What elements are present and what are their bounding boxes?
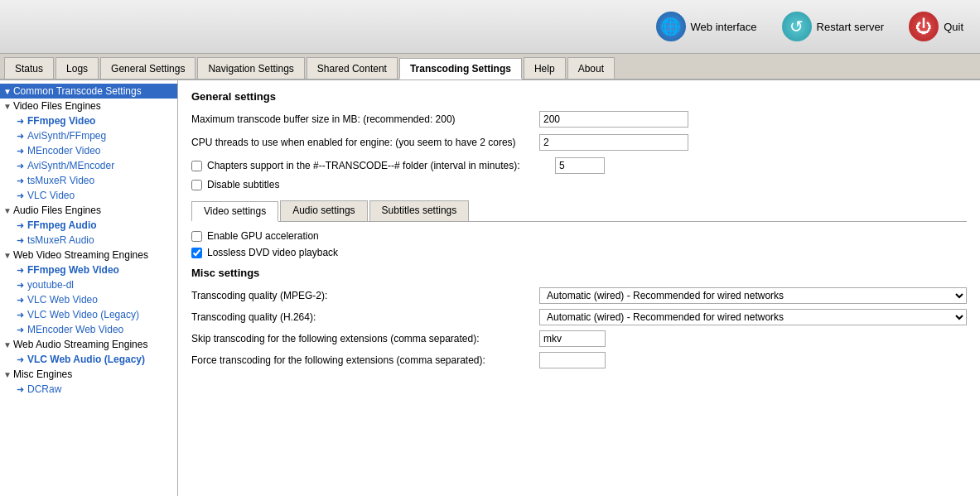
transcode-mpeg2-select[interactable]: Automatic (wired) - Recommended for wire… bbox=[539, 287, 967, 304]
sidebar-label-audio-files: Audio Files Engines bbox=[13, 205, 101, 216]
sidebar-label-web-audio: Web Audio Streaming Engines bbox=[13, 339, 148, 350]
web-interface-icon: 🌐 bbox=[656, 12, 686, 41]
chapters-input[interactable] bbox=[555, 157, 605, 174]
tab-logs[interactable]: Logs bbox=[56, 57, 99, 79]
lossless-dvd-checkbox[interactable] bbox=[191, 248, 202, 258]
tab-help[interactable]: Help bbox=[524, 57, 566, 79]
sidebar-item-avisynth-mencoder[interactable]: ➜ AviSynth/MEncoder bbox=[0, 158, 177, 173]
sidebar-item-dcraw[interactable]: ➜ DCRaw bbox=[0, 382, 177, 397]
sidebar-label-tsmuxer-audio: tsMuxeR Audio bbox=[27, 234, 94, 246]
sidebar-item-mencoder-video[interactable]: ➜ MEncoder Video bbox=[0, 143, 177, 158]
sidebar-label-ffmpeg-audio: FFmpeg Audio bbox=[27, 219, 97, 231]
arrow-icon: ➜ bbox=[17, 354, 24, 365]
transcode-h264-select[interactable]: Automatic (wired) - Recommended for wire… bbox=[539, 309, 967, 325]
sub-tab-video-settings[interactable]: Video settings bbox=[191, 201, 278, 222]
sidebar-item-tsmuxer-audio[interactable]: ➜ tsMuxeR Audio bbox=[0, 233, 177, 248]
sidebar-item-vlc-video[interactable]: ➜ VLC Video bbox=[0, 188, 177, 203]
tab-general-settings[interactable]: General Settings bbox=[100, 57, 196, 79]
web-interface-button[interactable]: 🌐 Web interface bbox=[656, 12, 757, 41]
lossless-dvd-label: Lossless DVD video playback bbox=[207, 247, 338, 258]
sub-tab-audio-settings[interactable]: Audio settings bbox=[280, 200, 367, 221]
sidebar-item-tsmuxer-video[interactable]: ➜ tsMuxeR Video bbox=[0, 173, 177, 188]
arrow-icon: ➜ bbox=[17, 220, 24, 231]
arrow-icon: ➜ bbox=[17, 190, 24, 201]
enable-gpu-row: Enable GPU acceleration bbox=[191, 230, 967, 242]
collapse-arrow-web-video: ▼ bbox=[3, 251, 12, 260]
cpu-threads-label: CPU threads to use when enabled for engi… bbox=[191, 137, 539, 148]
chapters-checkbox[interactable] bbox=[191, 161, 202, 171]
sidebar-item-youtube-dl[interactable]: ➜ youtube-dl bbox=[0, 277, 177, 292]
transcode-h264-row: Transcoding quality (H.264): Automatic (… bbox=[191, 309, 967, 325]
sidebar-item-ffmpeg-video[interactable]: ➜ FFmpeg Video bbox=[0, 113, 177, 128]
skip-transcoding-row: Skip transcoding for the following exten… bbox=[191, 330, 967, 347]
tab-about[interactable]: About bbox=[567, 57, 615, 79]
main-layout: ▼ Common Transcode Settings ▼ Video File… bbox=[0, 80, 980, 496]
sidebar-item-vlc-web-video[interactable]: ➜ VLC Web Video bbox=[0, 292, 177, 307]
sidebar-label-common-transcode: Common Transcode Settings bbox=[13, 85, 142, 97]
sidebar-item-web-video[interactable]: ▼ Web Video Streaming Engines bbox=[0, 248, 177, 262]
general-settings-title: General settings bbox=[191, 90, 967, 103]
arrow-icon: ➜ bbox=[17, 235, 24, 246]
sidebar-label-vlc-video: VLC Video bbox=[27, 190, 75, 201]
arrow-icon: ➜ bbox=[17, 176, 24, 186]
sub-tab-subtitles-settings[interactable]: Subtitles settings bbox=[369, 200, 470, 221]
arrow-icon: ➜ bbox=[17, 325, 24, 335]
sidebar-label-vlc-web-audio-legacy: VLC Web Audio (Legacy) bbox=[27, 354, 145, 365]
cpu-threads-input[interactable] bbox=[539, 134, 688, 151]
disable-subtitles-row: Disable subtitles bbox=[191, 179, 967, 190]
collapse-arrow-video: ▼ bbox=[3, 102, 12, 111]
tab-shared-content[interactable]: Shared Content bbox=[307, 57, 398, 79]
web-interface-label: Web interface bbox=[691, 21, 757, 33]
arrow-icon: ➜ bbox=[17, 146, 24, 157]
arrow-icon: ➜ bbox=[17, 280, 24, 291]
disable-subtitles-label: Disable subtitles bbox=[207, 179, 279, 190]
transcode-mpeg2-row: Transcoding quality (MPEG-2): Automatic … bbox=[191, 287, 967, 304]
sidebar-label-web-video: Web Video Streaming Engines bbox=[13, 249, 148, 261]
sidebar-item-mencoder-web-video[interactable]: ➜ MEncoder Web Video bbox=[0, 322, 177, 337]
arrow-icon: ➜ bbox=[17, 116, 24, 127]
force-transcoding-input[interactable] bbox=[539, 352, 606, 368]
sidebar-item-avisynth-ffmpeg[interactable]: ➜ AviSynth/FFmpeg bbox=[0, 128, 177, 143]
sidebar-item-misc-engines[interactable]: ▼ Misc Engines bbox=[0, 367, 177, 382]
sidebar-label-mencoder-web-video: MEncoder Web Video bbox=[27, 324, 123, 335]
tab-navigation-settings[interactable]: Navigation Settings bbox=[197, 57, 304, 79]
sidebar-label-ffmpeg-video: FFmpeg Video bbox=[27, 115, 95, 127]
skip-transcoding-input[interactable] bbox=[539, 330, 606, 347]
tab-status[interactable]: Status bbox=[4, 57, 54, 79]
sidebar-item-ffmpeg-audio[interactable]: ➜ FFmpeg Audio bbox=[0, 218, 177, 233]
arrow-icon: ➜ bbox=[17, 131, 24, 142]
sidebar-item-ffmpeg-web-video[interactable]: ➜ FFmpeg Web Video bbox=[0, 262, 177, 277]
cpu-threads-row: CPU threads to use when enabled for engi… bbox=[191, 134, 967, 151]
transcode-mpeg2-label: Transcoding quality (MPEG-2): bbox=[191, 290, 539, 301]
sidebar-label-vlc-web-video: VLC Web Video bbox=[27, 294, 98, 306]
quit-label: Quit bbox=[944, 21, 963, 33]
collapse-arrow-audio: ▼ bbox=[3, 206, 12, 215]
restart-server-button[interactable]: ↺ Restart server bbox=[782, 12, 885, 41]
sidebar-item-audio-files[interactable]: ▼ Audio Files Engines bbox=[0, 203, 177, 218]
disable-subtitles-checkbox[interactable] bbox=[191, 180, 202, 190]
sidebar-label-avisynth-ffmpeg: AviSynth/FFmpeg bbox=[27, 130, 106, 142]
sidebar-label-dcraw: DCRaw bbox=[27, 383, 61, 395]
content-area: General settings Maximum transcode buffe… bbox=[178, 80, 980, 496]
tab-transcoding-settings[interactable]: Transcoding Settings bbox=[399, 58, 522, 79]
quit-button[interactable]: ⏻ Quit bbox=[909, 12, 963, 41]
quit-icon: ⏻ bbox=[909, 12, 939, 41]
max-buffer-input[interactable] bbox=[539, 111, 688, 128]
sidebar-item-video-files[interactable]: ▼ Video Files Engines bbox=[0, 99, 177, 113]
sidebar-item-vlc-web-audio-legacy[interactable]: ➜ VLC Web Audio (Legacy) bbox=[0, 352, 177, 367]
misc-settings-title: Misc settings bbox=[191, 267, 967, 279]
sidebar-label-vlc-web-video-legacy: VLC Web Video (Legacy) bbox=[27, 309, 139, 320]
sidebar-item-vlc-web-video-legacy[interactable]: ➜ VLC Web Video (Legacy) bbox=[0, 307, 177, 322]
sidebar-label-avisynth-mencoder: AviSynth/MEncoder bbox=[27, 160, 114, 171]
main-tabs: Status Logs General Settings Navigation … bbox=[0, 54, 980, 80]
collapse-arrow: ▼ bbox=[3, 87, 12, 96]
sidebar-item-web-audio[interactable]: ▼ Web Audio Streaming Engines bbox=[0, 337, 177, 352]
sidebar: ▼ Common Transcode Settings ▼ Video File… bbox=[0, 80, 178, 496]
force-transcoding-row: Force transcoding for the following exte… bbox=[191, 352, 967, 368]
sidebar-item-common-transcode[interactable]: ▼ Common Transcode Settings bbox=[0, 84, 177, 99]
video-settings-content: Enable GPU acceleration Lossless DVD vid… bbox=[191, 230, 967, 258]
arrow-icon: ➜ bbox=[17, 161, 24, 171]
arrow-icon: ➜ bbox=[17, 295, 24, 306]
arrow-icon: ➜ bbox=[17, 310, 24, 320]
enable-gpu-checkbox[interactable] bbox=[191, 231, 202, 242]
